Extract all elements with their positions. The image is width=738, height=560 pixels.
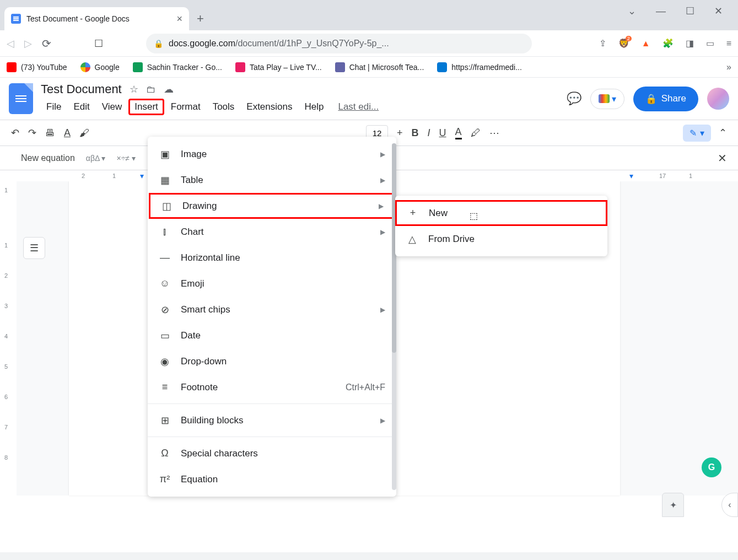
- menu-file[interactable]: File: [41, 99, 67, 115]
- italic-icon[interactable]: I: [428, 127, 430, 139]
- font-size-increase[interactable]: +: [397, 127, 403, 139]
- bookmark-tataplay[interactable]: Tata Play – Live TV...: [235, 62, 322, 72]
- document-title[interactable]: Test Document: [41, 82, 122, 96]
- chevron-right-icon: ▶: [380, 150, 385, 158]
- bookmark-sheets[interactable]: Sachin Tracker - Go...: [133, 62, 222, 72]
- move-folder-icon[interactable]: 🗀: [146, 84, 156, 95]
- chips-icon: ⊘: [159, 304, 171, 316]
- insert-dropdown[interactable]: ◉Drop-down: [148, 348, 396, 374]
- bold-icon[interactable]: B: [412, 127, 419, 139]
- operators-dropdown[interactable]: ×÷≠ ▾: [116, 154, 135, 163]
- menu-help[interactable]: Help: [299, 99, 329, 115]
- highlight-icon[interactable]: 🖊: [471, 127, 481, 139]
- bookmark-teams[interactable]: Chat | Microsoft Tea...: [335, 62, 424, 72]
- browser-menu-icon[interactable]: ≡: [726, 39, 731, 49]
- underline-icon[interactable]: U: [439, 127, 446, 139]
- share-button[interactable]: 🔒 Share: [633, 87, 698, 111]
- insert-emoji[interactable]: ☺Emoji: [148, 271, 396, 297]
- text-color-icon[interactable]: A: [455, 126, 462, 139]
- insert-drawing[interactable]: ◫Drawing▶: [149, 193, 395, 219]
- bookmarks-overflow-icon[interactable]: »: [726, 62, 731, 72]
- indent-marker-left[interactable]: ▾: [140, 171, 144, 180]
- cloud-status-icon[interactable]: ☁: [164, 83, 174, 95]
- hide-menus-icon[interactable]: ⌃: [719, 127, 727, 139]
- pencil-icon: ✎: [689, 128, 697, 138]
- chevron-down-icon: ▾: [612, 94, 616, 104]
- redo-icon[interactable]: ↷: [28, 127, 36, 139]
- emoji-icon: ☺: [159, 278, 171, 289]
- account-avatar[interactable]: [707, 88, 729, 110]
- minimize-icon[interactable]: —: [656, 6, 666, 17]
- editing-mode-button[interactable]: ✎ ▾: [683, 125, 711, 142]
- menu-view[interactable]: View: [96, 99, 128, 115]
- sidepanel-icon[interactable]: ◨: [686, 38, 694, 49]
- forward-icon[interactable]: ▷: [24, 37, 32, 50]
- star-icon[interactable]: ☆: [130, 83, 138, 95]
- calendar-icon: ▭: [159, 330, 171, 342]
- blocks-icon: ⊞: [159, 414, 171, 427]
- insert-building-blocks[interactable]: ⊞Building blocks▶: [148, 407, 396, 433]
- bookmark-this-icon[interactable]: ☐: [94, 37, 103, 50]
- lock-icon: 🔒: [154, 39, 163, 48]
- grammarly-icon[interactable]: G: [702, 457, 721, 477]
- bookmark-framedmedi[interactable]: https://framedmedi...: [437, 62, 522, 72]
- insert-chart[interactable]: ⫿Chart▶: [148, 219, 396, 245]
- insert-smart-chips[interactable]: ⊘Smart chips▶: [148, 297, 396, 322]
- last-edit-link[interactable]: Last edi...: [338, 101, 379, 112]
- spellcheck-icon[interactable]: A: [64, 127, 71, 139]
- reload-icon[interactable]: ⟳: [42, 37, 51, 50]
- docs-logo-icon[interactable]: [9, 83, 33, 114]
- new-tab-button[interactable]: +: [189, 7, 212, 30]
- dropdown-icon: ◉: [159, 356, 171, 368]
- brave-shield-icon[interactable]: 🦁2: [618, 38, 629, 49]
- bookmark-youtube[interactable]: (73) YouTube: [7, 62, 67, 72]
- close-window-icon[interactable]: ✕: [714, 5, 723, 17]
- meet-button[interactable]: ▾: [590, 89, 624, 109]
- insert-horizontal-line[interactable]: —Horizontal line: [148, 245, 396, 271]
- drawing-from-drive[interactable]: △From Drive: [395, 226, 607, 252]
- sheets-icon: [133, 62, 143, 72]
- insert-equation[interactable]: π²Equation: [148, 466, 396, 492]
- horizontal-scrollbar[interactable]: [0, 552, 738, 560]
- drawing-new[interactable]: +New: [395, 200, 607, 226]
- close-equation-icon[interactable]: ✕: [718, 152, 727, 165]
- image-icon: ▣: [159, 148, 171, 160]
- share-url-icon[interactable]: ⇪: [599, 38, 606, 49]
- extensions-icon[interactable]: 🧩: [662, 38, 674, 49]
- print-icon[interactable]: 🖶: [45, 127, 55, 139]
- chevron-down-icon[interactable]: ⌄: [628, 5, 636, 17]
- menu-tools[interactable]: Tools: [207, 99, 240, 115]
- new-equation-button[interactable]: New equation: [21, 153, 75, 163]
- url-text: docs.google.com/document/d/1hP_y_UsnQ7Yo…: [169, 39, 389, 49]
- brave-rewards-icon[interactable]: ▲: [642, 39, 650, 49]
- menu-extensions[interactable]: Extensions: [241, 99, 298, 115]
- explore-button[interactable]: ✦: [662, 493, 684, 517]
- maximize-icon[interactable]: ☐: [686, 5, 694, 17]
- vertical-ruler[interactable]: 1 1 2 3 4 5 6 7 8: [0, 181, 17, 496]
- indent-marker-right[interactable]: ▾: [629, 171, 633, 180]
- lock-icon: 🔒: [645, 93, 657, 105]
- insert-date[interactable]: ▭Date: [148, 322, 396, 348]
- bookmark-google[interactable]: Google: [80, 62, 120, 72]
- insert-image[interactable]: ▣Image▶: [148, 141, 396, 167]
- insert-footnote[interactable]: ≡FootnoteCtrl+Alt+F: [148, 374, 396, 400]
- menu-insert[interactable]: Insert: [128, 99, 164, 115]
- paint-format-icon[interactable]: 🖌: [79, 127, 89, 139]
- undo-icon[interactable]: ↶: [11, 127, 19, 139]
- more-tools-icon[interactable]: ⋯: [489, 127, 499, 139]
- greek-letters-dropdown[interactable]: αβΔ ▾: [86, 154, 106, 163]
- close-tab-icon[interactable]: ×: [176, 13, 182, 25]
- url-bar[interactable]: 🔒 docs.google.com/document/d/1hP_y_UsnQ7…: [146, 34, 532, 53]
- menu-edit[interactable]: Edit: [68, 99, 95, 115]
- menu-scrollbar[interactable]: [392, 143, 396, 490]
- back-icon[interactable]: ◁: [7, 37, 14, 50]
- tab-title: Test Document - Google Docs: [26, 14, 171, 23]
- side-panel-toggle[interactable]: ‹: [721, 493, 738, 517]
- menu-format[interactable]: Format: [165, 99, 206, 115]
- document-outline-button[interactable]: ☰: [23, 237, 45, 259]
- wallet-icon[interactable]: ▭: [706, 38, 714, 49]
- browser-tab[interactable]: Test Document - Google Docs ×: [4, 7, 189, 30]
- insert-table[interactable]: ▦Table▶: [148, 167, 396, 193]
- insert-special-characters[interactable]: ΩSpecial characters: [148, 440, 396, 466]
- comments-icon[interactable]: 💬: [567, 91, 581, 106]
